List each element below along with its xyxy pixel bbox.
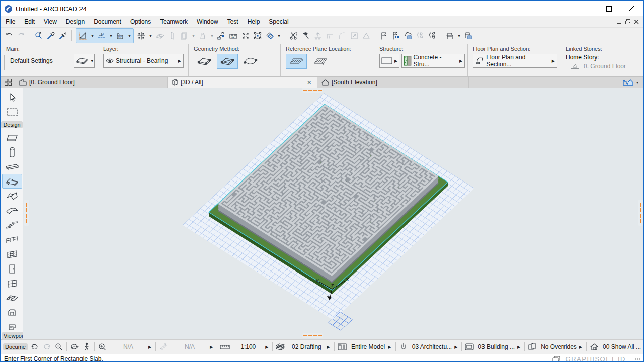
- inject-parameters-icon[interactable]: [57, 29, 69, 42]
- tool-railing[interactable]: [3, 232, 22, 247]
- menu-help[interactable]: Help: [243, 17, 265, 26]
- tab-close-icon[interactable]: ✕: [306, 80, 313, 85]
- menu-options[interactable]: Options: [126, 17, 155, 26]
- fillet-icon[interactable]: [336, 29, 348, 42]
- splitter-handle-right[interactable]: [638, 200, 643, 226]
- toolbox-section-design[interactable]: Design: [1, 121, 22, 128]
- layer-combination-icon[interactable]: [274, 340, 286, 353]
- toolbox-section-document[interactable]: Docume: [3, 343, 28, 350]
- bimcloud-panel-icon[interactable]: [402, 29, 414, 42]
- markup-list-icon[interactable]: [390, 29, 402, 42]
- move-elements-icon[interactable]: [215, 29, 227, 42]
- scale-selector[interactable]: 1:100▶: [231, 343, 271, 350]
- structure-type-button[interactable]: ▶: [379, 54, 399, 68]
- renovation-status-icon[interactable]: [414, 29, 426, 42]
- markup-flag-icon[interactable]: [378, 29, 390, 42]
- model-view-options-icon[interactable]: [463, 340, 475, 353]
- tool-door[interactable]: [3, 261, 22, 276]
- fit-in-window-icon[interactable]: [96, 340, 108, 353]
- ref-plane-bottom-button[interactable]: [310, 54, 331, 69]
- menu-edit[interactable]: Edit: [20, 17, 39, 26]
- tool-marquee[interactable]: [3, 105, 22, 119]
- navigator-popup-button[interactable]: ▾: [620, 77, 643, 88]
- menu-document[interactable]: Document: [89, 17, 126, 26]
- graphic-overrides-selector[interactable]: No Overrides▶: [538, 343, 585, 350]
- mdi-close-icon[interactable]: [634, 20, 639, 24]
- menu-file[interactable]: File: [1, 17, 20, 26]
- guide-lines-dropdown[interactable]: ▾: [89, 29, 96, 42]
- tab-south-elevation[interactable]: [South Elevation]: [317, 77, 469, 88]
- toolbox-section-viewpoint[interactable]: Viewpoi: [2, 332, 25, 339]
- tab-3d-all[interactable]: [3D / All] ✕: [168, 77, 317, 88]
- menu-design[interactable]: Design: [61, 17, 89, 26]
- infobox-grip[interactable]: [4, 55, 5, 70]
- floorplan-display-button[interactable]: Floor Plan and Section... ▶: [473, 54, 557, 68]
- snap-guides-button[interactable]: [96, 29, 108, 42]
- orientation-selector[interactable]: N/A▶: [170, 343, 215, 350]
- trace-reference-dropdown[interactable]: ▾: [190, 29, 197, 42]
- elevate-icon[interactable]: [312, 29, 324, 42]
- zoom-preset-selector[interactable]: N/A▶: [108, 343, 154, 350]
- menu-view[interactable]: View: [39, 17, 61, 26]
- intersect-icon[interactable]: [324, 29, 336, 42]
- favorites-button[interactable]: [444, 29, 456, 42]
- structure-display-icon[interactable]: [336, 340, 348, 353]
- scale-icon[interactable]: [219, 340, 231, 353]
- resize-icon[interactable]: [348, 29, 360, 42]
- tool-slab[interactable]: [2, 174, 22, 189]
- menu-window[interactable]: Window: [192, 17, 223, 26]
- tool-wall[interactable]: [3, 130, 22, 145]
- favorites-dropdown[interactable]: ▾: [456, 29, 462, 42]
- ref-plane-top-button[interactable]: [286, 54, 307, 69]
- pen-set-selector[interactable]: 03 Architectu...▶: [410, 343, 460, 350]
- splitter-handle-top[interactable]: [302, 88, 323, 93]
- tool-select[interactable]: [3, 90, 22, 105]
- geometry-polygon-button[interactable]: [194, 54, 215, 69]
- coordinates-dropdown[interactable]: ▾: [126, 29, 133, 42]
- orbit-icon[interactable]: [68, 340, 80, 353]
- layer-selector-button[interactable]: Structural - Bearing ▶: [103, 54, 184, 68]
- cascade-windows-icon[interactable]: [552, 356, 560, 362]
- viewport-3d[interactable]: yxz: [23, 88, 644, 339]
- building-material-button[interactable]: Concrete - Stru... ▶: [401, 54, 465, 68]
- measure-icon[interactable]: 12: [227, 29, 239, 42]
- magic-wand-icon[interactable]: [360, 29, 372, 42]
- tool-beam[interactable]: [3, 159, 22, 174]
- snap-points-button[interactable]: [135, 29, 147, 42]
- gravity-icon[interactable]: [197, 29, 209, 42]
- adjust-icon[interactable]: [300, 29, 312, 42]
- tab-overview-button[interactable]: [1, 77, 15, 88]
- tab-ground-floor[interactable]: [0. Ground Floor]: [15, 77, 168, 88]
- resize-grip[interactable]: [635, 358, 641, 360]
- structure-display-selector[interactable]: Entire Model▶: [348, 343, 394, 350]
- renovation-filter-icon[interactable]: [426, 29, 438, 42]
- slab-settings-button[interactable]: ▾: [74, 54, 95, 68]
- nav-back-icon[interactable]: [29, 340, 41, 353]
- split-icon[interactable]: [288, 29, 300, 42]
- layer-combination-selector[interactable]: 02 Drafting▶: [286, 343, 332, 350]
- tool-roof[interactable]: [3, 189, 22, 203]
- view-orientation-dropdown[interactable]: ▾: [276, 29, 282, 42]
- tool-skylight[interactable]: [3, 291, 22, 305]
- graphisoft-id-label[interactable]: GRAPHISOFT ID: [566, 355, 626, 362]
- coordinates-button[interactable]: XY: [114, 29, 126, 42]
- tool-column[interactable]: [3, 145, 22, 159]
- tool-shell[interactable]: [3, 203, 22, 218]
- splitter-handle-left[interactable]: [24, 200, 29, 226]
- maximize-button[interactable]: [598, 1, 620, 16]
- snap-points-dropdown[interactable]: ▾: [147, 29, 154, 42]
- model-view-options-selector[interactable]: 03 Building ...▶: [475, 343, 523, 350]
- guide-lines-button[interactable]: [77, 29, 89, 42]
- geometry-rectangle-button[interactable]: [217, 54, 238, 69]
- view-orientation-button[interactable]: [264, 29, 276, 42]
- gravity-dropdown[interactable]: ▾: [209, 29, 215, 42]
- menu-teamwork[interactable]: Teamwork: [155, 17, 192, 26]
- orientation-icon[interactable]: [157, 340, 170, 353]
- graphic-overrides-icon[interactable]: [526, 340, 538, 353]
- renovation-filter-selector[interactable]: 00 Show All ...▶: [600, 343, 644, 350]
- virtual-trace-icon[interactable]: [166, 29, 178, 42]
- explore-walk-icon[interactable]: [80, 340, 93, 353]
- snap-guides-dropdown[interactable]: ▾: [108, 29, 114, 42]
- favorites-palette-icon[interactable]: [462, 29, 474, 42]
- mdi-minimize-icon[interactable]: [617, 20, 621, 24]
